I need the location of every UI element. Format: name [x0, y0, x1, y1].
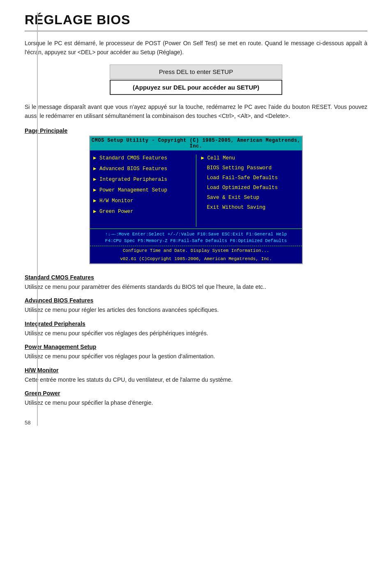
section-heading-power-management: Power Management Setup [25, 344, 367, 350]
section-green-power: Green Power Utilisez ce menu pour spécif… [25, 390, 367, 407]
page-title: RÉGLAGE BIOS [25, 12, 367, 28]
bios-right-item-1[interactable]: BIOS Setting Password [201, 165, 299, 171]
section-text-power-management: Utilisez ce menu pour spécifier vos régl… [25, 352, 367, 361]
section-heading-green-power: Green Power [25, 390, 367, 397]
section-heading-hw-monitor: H/W Monitor [25, 367, 367, 374]
bios-right-col: Cell Menu BIOS Setting Password Load Fai… [201, 154, 299, 227]
section-advanced-bios: Advanced BIOS Features Utilisez ce menu … [25, 297, 367, 314]
bios-left-item-2[interactable]: Integrated Peripherals [93, 176, 191, 182]
bios-left-col: Standard CMOS Features Advanced BIOS Fea… [93, 154, 191, 227]
section-text-green-power: Utilisez ce menu pour spécifier la phase… [25, 398, 367, 407]
press-del-bottom: (Appuyez sur DEL pour accéder au SETUP) [110, 80, 282, 95]
section-integrated-peripherals: Integrated Peripherals Utilisez ce menu … [25, 321, 367, 338]
bios-left-item-1[interactable]: Advanced BIOS Features [93, 165, 191, 172]
bios-footer2: Configure Time and Date. Display System … [90, 246, 302, 256]
bios-right-item-4[interactable]: Save & Exit Setup [201, 195, 299, 201]
section-heading-standard-cmos: Standard CMOS Features [25, 274, 367, 281]
section-text-hw-monitor: Cette entrée montre les statuts du CPU, … [25, 375, 367, 384]
section-power-management: Power Management Setup Utilisez ce menu … [25, 344, 367, 361]
section-heading-advanced-bios: Advanced BIOS Features [25, 297, 367, 304]
bios-right-item-3[interactable]: Load Optimized Defaults [201, 185, 299, 191]
section-text-standard-cmos: Utilisez ce menu pour paramètrer des élé… [25, 282, 367, 291]
bios-right-item-2[interactable]: Load Fail-Safe Defaults [201, 175, 299, 181]
section-text-integrated-peripherals: Utilisez ce menu pour spécifier vos régl… [25, 329, 367, 338]
bios-left-item-5[interactable]: Green Power [93, 208, 191, 214]
section-text-advanced-bios: Utilisez ce menu pour régler les article… [25, 305, 367, 314]
bios-screen: CMOS Setup Utility - Copyright (C) 1985-… [89, 136, 303, 265]
bios-footer3: v02.61 (C)Copyright 1985-2006, American … [90, 255, 302, 263]
bios-right-item-0[interactable]: Cell Menu [201, 154, 299, 161]
press-del-top: Press DEL to enter SETUP [110, 65, 282, 79]
section-heading-integrated-peripherals: Integrated Peripherals [25, 321, 367, 327]
second-text: Si le message disparaît avant que vous n… [25, 102, 367, 121]
section-hw-monitor: H/W Monitor Cette entrée montre les stat… [25, 367, 367, 384]
bios-right-item-5[interactable]: Exit Without Saving [201, 205, 299, 210]
bios-left-item-0[interactable]: Standard CMOS Features [93, 154, 191, 161]
section-standard-cmos: Standard CMOS Features Utilisez ce menu … [25, 274, 367, 291]
bios-left-item-4[interactable]: H/W Monitor [93, 197, 191, 204]
press-del-box: Press DEL to enter SETUP (Appuyez sur DE… [110, 65, 282, 95]
page-number: 58 [25, 420, 367, 426]
intro-text: Lorsque le PC est démarré, le processeur… [25, 39, 367, 57]
bios-section-heading: Page Principale [25, 127, 367, 134]
bios-footer1: ↑↓→←:Move Enter:Select +/-/:Value F10:Sa… [90, 228, 302, 246]
bios-title-bar: CMOS Setup Utility - Copyright (C) 1985-… [90, 136, 302, 150]
bios-left-item-3[interactable]: Power Management Setup [93, 187, 191, 193]
